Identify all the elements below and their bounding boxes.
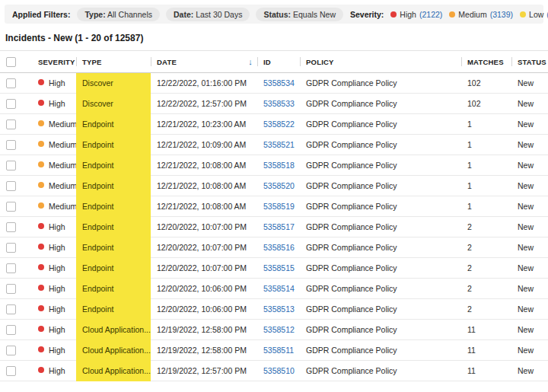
policy-cell: GDPR Compliance Policy bbox=[300, 217, 461, 237]
incident-id-link[interactable]: 5358519 bbox=[263, 202, 295, 211]
sort-desc-icon[interactable]: ↓ bbox=[248, 57, 253, 66]
row-checkbox[interactable] bbox=[6, 202, 16, 212]
table-row[interactable]: High Endpoint 12/20/2022, 10:07:00 PM 53… bbox=[0, 237, 548, 258]
severity-legend-label: High bbox=[400, 10, 416, 19]
severity-legend-item[interactable]: Low (7326) bbox=[520, 10, 548, 19]
row-checkbox[interactable] bbox=[6, 346, 16, 355]
severity-cell: High bbox=[32, 299, 76, 320]
filter-chip-name: Status: bbox=[263, 10, 291, 19]
incident-id-link[interactable]: 5358534 bbox=[263, 78, 295, 88]
row-checkbox[interactable] bbox=[6, 78, 16, 88]
filter-chip[interactable]: Status: Equals New bbox=[256, 8, 343, 21]
type-cell: Cloud Application... bbox=[76, 320, 151, 340]
date-cell: 12/20/2022, 10:07:00 PM bbox=[151, 237, 257, 258]
incident-id-link[interactable]: 5358520 bbox=[263, 181, 295, 190]
policy-cell: GDPR Compliance Policy bbox=[300, 299, 461, 320]
incident-id-link[interactable]: 5358513 bbox=[263, 304, 295, 314]
column-header-date[interactable]: DATE ↓ bbox=[151, 50, 257, 73]
row-checkbox[interactable] bbox=[6, 366, 16, 376]
severity-count-link[interactable]: (2122) bbox=[419, 10, 442, 19]
table-row[interactable]: Medium Endpoint 12/21/2022, 10:08:00 AM … bbox=[0, 196, 548, 217]
policy-cell: GDPR Compliance Policy bbox=[300, 237, 461, 258]
policy-cell: GDPR Compliance Policy bbox=[300, 196, 461, 217]
status-cell: New bbox=[511, 94, 548, 114]
incident-id-link[interactable]: 5358517 bbox=[263, 222, 295, 231]
row-checkbox[interactable] bbox=[6, 140, 16, 150]
table-row[interactable]: Medium Endpoint 12/21/2022, 10:08:00 AM … bbox=[0, 155, 548, 176]
table-row[interactable]: Medium Endpoint 12/21/2022, 10:09:00 AM … bbox=[0, 135, 548, 155]
severity-dot-icon bbox=[38, 79, 44, 85]
status-cell: New bbox=[511, 361, 548, 381]
id-cell: 5358512 bbox=[257, 320, 300, 340]
table-row[interactable]: High Discover 12/22/2022, 01:16:00 PM 53… bbox=[0, 73, 548, 94]
incident-id-link[interactable]: 5358516 bbox=[263, 243, 295, 252]
select-all-checkbox[interactable] bbox=[6, 57, 16, 67]
column-header-status[interactable]: STATUS bbox=[511, 50, 548, 73]
severity-cell: High bbox=[32, 340, 76, 361]
column-header-severity[interactable]: SEVERITY bbox=[32, 50, 76, 73]
matches-cell: 102 bbox=[461, 73, 511, 94]
severity-label: High bbox=[49, 304, 65, 314]
row-checkbox[interactable] bbox=[6, 243, 16, 253]
status-cell: New bbox=[511, 279, 548, 299]
status-cell: New bbox=[511, 176, 548, 196]
row-checkbox[interactable] bbox=[6, 222, 16, 232]
status-cell: New bbox=[511, 217, 548, 237]
row-checkbox[interactable] bbox=[6, 284, 16, 294]
row-checkbox[interactable] bbox=[6, 263, 16, 273]
column-header-policy[interactable]: POLICY bbox=[300, 50, 461, 73]
severity-dot-icon bbox=[38, 182, 44, 188]
policy-cell: GDPR Compliance Policy bbox=[300, 73, 461, 94]
date-cell: 12/22/2022, 01:16:00 PM bbox=[151, 73, 257, 94]
incident-id-link[interactable]: 5358512 bbox=[263, 325, 295, 334]
incident-id-link[interactable]: 5358518 bbox=[263, 161, 295, 170]
incident-id-link[interactable]: 5358522 bbox=[263, 120, 295, 129]
row-checkbox-cell bbox=[0, 340, 32, 361]
policy-cell: GDPR Compliance Policy bbox=[300, 258, 461, 279]
incidents-table: SEVERITY TYPE DATE ↓ ID POLICY MATCHES S… bbox=[0, 50, 548, 381]
table-row[interactable]: High Endpoint 12/20/2022, 10:07:00 PM 53… bbox=[0, 217, 548, 237]
incident-id-link[interactable]: 5358521 bbox=[263, 140, 295, 149]
severity-cell: High bbox=[32, 258, 76, 279]
severity-label: High bbox=[49, 222, 65, 231]
severity-legend-item[interactable]: High (2122) bbox=[390, 10, 442, 19]
date-cell: 12/19/2022, 12:58:00 PM bbox=[151, 320, 257, 340]
id-cell: 5358510 bbox=[257, 361, 300, 381]
row-checkbox[interactable] bbox=[6, 181, 16, 191]
incident-id-link[interactable]: 5358510 bbox=[263, 366, 295, 375]
table-row[interactable]: High Cloud Application... 12/19/2022, 12… bbox=[0, 340, 548, 361]
table-row[interactable]: Medium Endpoint 12/21/2022, 10:08:00 AM … bbox=[0, 176, 548, 196]
column-header-type[interactable]: TYPE bbox=[76, 50, 151, 73]
severity-label: Medium bbox=[49, 202, 76, 211]
table-row[interactable]: High Discover 12/22/2022, 12:57:00 PM 53… bbox=[0, 94, 548, 114]
incident-id-link[interactable]: 5358511 bbox=[263, 346, 294, 355]
matches-cell: 2 bbox=[461, 237, 511, 258]
row-checkbox[interactable] bbox=[6, 325, 16, 335]
column-header-matches[interactable]: MATCHES bbox=[461, 50, 511, 73]
severity-legend-item[interactable]: Medium (3139) bbox=[449, 10, 513, 19]
table-row[interactable]: High Cloud Application... 12/19/2022, 12… bbox=[0, 361, 548, 381]
severity-label: High bbox=[49, 78, 65, 88]
table-row[interactable]: High Endpoint 12/20/2022, 10:07:00 PM 53… bbox=[0, 258, 548, 279]
table-row[interactable]: High Endpoint 12/20/2022, 10:06:00 PM 53… bbox=[0, 279, 548, 299]
filter-chip[interactable]: Type: All Channels bbox=[77, 8, 160, 21]
matches-cell: 1 bbox=[461, 135, 511, 155]
table-row[interactable]: High Cloud Application... 12/19/2022, 12… bbox=[0, 320, 548, 340]
row-checkbox[interactable] bbox=[6, 120, 16, 129]
column-header-id[interactable]: ID bbox=[257, 50, 300, 73]
table-row[interactable]: High Endpoint 12/20/2022, 10:06:00 PM 53… bbox=[0, 299, 548, 320]
table-row[interactable]: Medium Endpoint 12/21/2022, 10:23:00 AM … bbox=[0, 114, 548, 135]
filter-chip[interactable]: Date: Last 30 Days bbox=[166, 8, 250, 21]
policy-cell: GDPR Compliance Policy bbox=[300, 94, 461, 114]
row-checkbox[interactable] bbox=[6, 161, 16, 171]
policy-cell: GDPR Compliance Policy bbox=[300, 135, 461, 155]
matches-cell: 11 bbox=[461, 361, 511, 381]
severity-count-link[interactable]: (3139) bbox=[490, 10, 513, 19]
severity-cell: High bbox=[32, 94, 76, 114]
incident-id-link[interactable]: 5358533 bbox=[263, 99, 295, 108]
incident-id-link[interactable]: 5358514 bbox=[263, 284, 295, 293]
row-checkbox[interactable] bbox=[6, 99, 16, 109]
type-cell: Endpoint bbox=[76, 135, 151, 155]
incident-id-link[interactable]: 5358515 bbox=[263, 263, 295, 272]
row-checkbox[interactable] bbox=[6, 304, 16, 314]
